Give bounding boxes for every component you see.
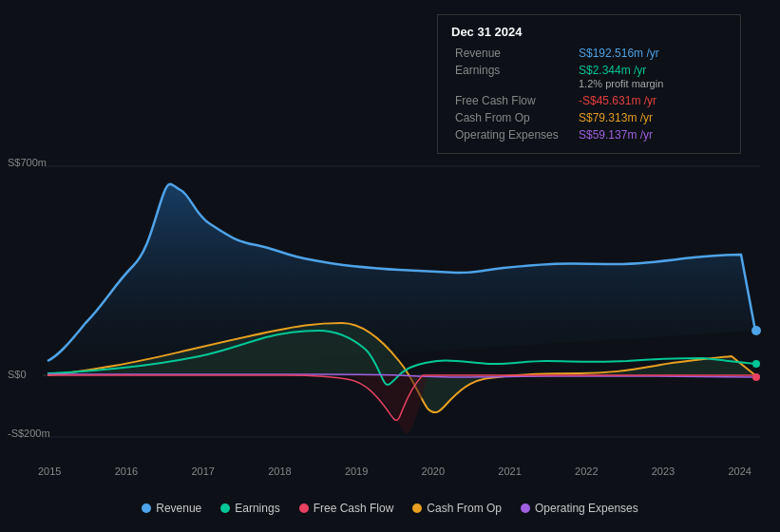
svg-point-5 <box>752 373 760 381</box>
legend-revenue[interactable]: Revenue <box>142 502 201 515</box>
x-label-2016: 2016 <box>115 466 138 477</box>
metric-row-earnings: Earnings S$2.344m /yr 1.2% profit margin <box>451 62 727 92</box>
metric-label: Earnings <box>451 62 575 92</box>
legend-label-revenue: Revenue <box>156 502 201 515</box>
metric-row-revenue: Revenue S$192.516m /yr <box>451 45 727 62</box>
metric-label: Free Cash Flow <box>451 92 575 109</box>
svg-point-3 <box>751 326 761 335</box>
x-label-2023: 2023 <box>652 466 675 477</box>
metric-row-opex: Operating Expenses S$59.137m /yr <box>451 126 727 143</box>
legend-dot-opex <box>521 504 530 513</box>
metric-value: -S$45.631m /yr <box>575 92 727 109</box>
legend-label-fcf: Free Cash Flow <box>314 502 394 515</box>
metric-value: S$2.344m /yr 1.2% profit margin <box>575 62 727 92</box>
metric-label: Revenue <box>451 45 575 62</box>
legend-label-earnings: Earnings <box>235 502 279 515</box>
profit-margin: 1.2% profit margin <box>579 78 663 89</box>
metrics-table: Revenue S$192.516m /yr Earnings S$2.344m… <box>451 45 727 143</box>
chart-container: Dec 31 2024 Revenue S$192.516m /yr Earni… <box>0 0 780 532</box>
legend-dot-revenue <box>142 504 151 513</box>
x-label-2022: 2022 <box>575 466 598 477</box>
metric-value: S$79.313m /yr <box>575 109 727 126</box>
chart-legend: Revenue Earnings Free Cash Flow Cash Fro… <box>0 502 780 515</box>
x-axis-labels: 2015 2016 2017 2018 2019 2020 2021 2022 … <box>38 466 751 477</box>
metric-row-fcf: Free Cash Flow -S$45.631m /yr <box>451 92 727 109</box>
metric-label: Operating Expenses <box>451 126 575 143</box>
legend-label-opex: Operating Expenses <box>535 502 638 515</box>
legend-cashop[interactable]: Cash From Op <box>412 502 502 515</box>
metric-row-cashop: Cash From Op S$79.313m /yr <box>451 109 727 126</box>
x-label-2015: 2015 <box>38 466 61 477</box>
info-box: Dec 31 2024 Revenue S$192.516m /yr Earni… <box>437 14 741 154</box>
svg-point-4 <box>752 360 760 368</box>
date-label: Dec 31 2024 <box>451 25 727 39</box>
legend-dot-earnings <box>220 504 230 513</box>
legend-dot-cashop <box>412 504 422 513</box>
metric-label: Cash From Op <box>451 109 575 126</box>
x-label-2017: 2017 <box>191 466 214 477</box>
y-label-700: S$700m <box>8 157 47 168</box>
metric-value: S$59.137m /yr <box>575 126 727 143</box>
legend-label-cashop: Cash From Op <box>427 502 502 515</box>
x-label-2021: 2021 <box>498 466 521 477</box>
x-label-2020: 2020 <box>422 466 445 477</box>
y-label-0: S$0 <box>8 369 27 380</box>
legend-earnings[interactable]: Earnings <box>220 502 279 515</box>
legend-opex[interactable]: Operating Expenses <box>521 502 638 515</box>
legend-fcf[interactable]: Free Cash Flow <box>299 502 394 515</box>
x-label-2018: 2018 <box>268 466 291 477</box>
legend-dot-fcf <box>299 504 309 513</box>
metric-value: S$192.516m /yr <box>575 45 727 62</box>
x-label-2019: 2019 <box>345 466 368 477</box>
y-label-neg200: -S$200m <box>8 428 50 439</box>
x-label-2024: 2024 <box>728 466 751 477</box>
